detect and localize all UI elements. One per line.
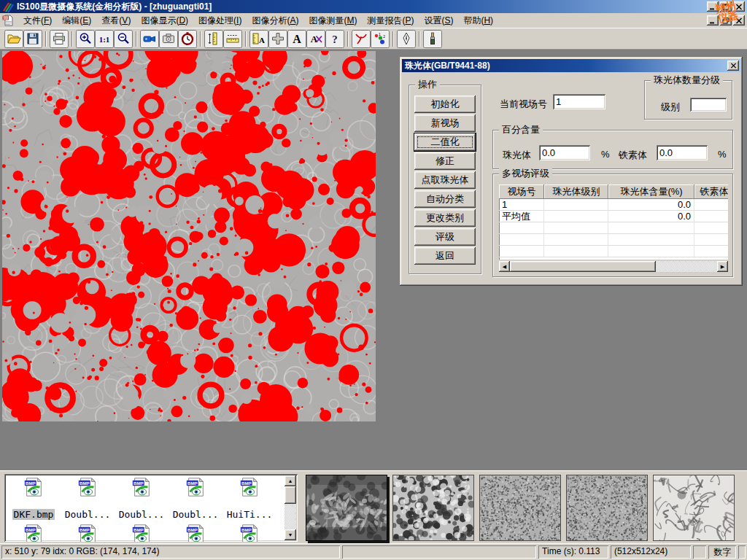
file-item-partial[interactable]: BMP (7, 523, 61, 542)
menu-item-8[interactable]: 设置(S) (419, 14, 458, 27)
micrograph-image[interactable] (2, 51, 376, 421)
table-hscrollbar[interactable]: ◀ ▶ (499, 261, 728, 272)
op-button-1[interactable]: 新视场 (414, 114, 476, 132)
ruler-text-icon[interactable]: A (249, 30, 268, 48)
menu-item-6[interactable]: 图像测量(M) (303, 14, 362, 27)
menu-item-5[interactable]: 图像分析(A) (247, 14, 303, 27)
op-button-3[interactable]: 修正 (414, 152, 476, 170)
op-button-4[interactable]: 点取珠光体 (414, 171, 476, 189)
move-icon[interactable] (268, 30, 287, 48)
ruler-vertical-icon[interactable] (204, 30, 223, 48)
zoom-out-icon[interactable] (114, 30, 133, 48)
menu-item-1[interactable]: 编辑(E) (57, 14, 96, 27)
level-input[interactable] (690, 98, 727, 112)
menu-item-4[interactable]: 图像处理(I) (193, 14, 247, 27)
toolbar-separator (71, 31, 73, 47)
scroll-right-arrow[interactable]: ▶ (717, 261, 728, 272)
vscroll-thumb[interactable] (285, 486, 296, 504)
file-item-partial[interactable]: BMP (61, 523, 115, 542)
file-item-0[interactable]: BMP DKF.bmp (7, 476, 61, 520)
thumbnail-2[interactable] (479, 475, 561, 541)
thumbnail-3[interactable] (566, 475, 648, 541)
file-item-3[interactable]: BMP Doubl... (169, 476, 222, 520)
menu-item-3[interactable]: 图像显示(D) (136, 14, 193, 27)
menu-item-0[interactable]: 文件(F) (18, 14, 57, 27)
table-column-header[interactable]: 珠光体含量(%) (608, 184, 694, 199)
current-field-input[interactable] (553, 94, 605, 109)
text-delete-icon[interactable]: A (306, 30, 325, 48)
status-spacer-panel (342, 545, 536, 559)
thumbnail-0[interactable] (306, 475, 387, 541)
open-icon[interactable] (4, 30, 23, 48)
op-button-2[interactable]: 二值化 (414, 133, 476, 151)
menu-item-9[interactable]: 帮助(H) (458, 14, 498, 27)
child-restore-button[interactable] (720, 15, 732, 26)
table-body: 10.0平均值0.0 (499, 199, 728, 257)
brush-icon[interactable] (423, 30, 442, 48)
curve-icon[interactable] (352, 30, 371, 48)
file-item-2[interactable]: BMP Doubl... (115, 476, 169, 520)
op-button-8[interactable]: 返回 (414, 247, 476, 265)
op-button-7[interactable]: 评级 (414, 228, 476, 246)
text-icon[interactable]: A (287, 30, 306, 48)
actual-size-icon[interactable]: 1:1 (95, 30, 114, 48)
svg-text:DOC: DOC (3, 17, 9, 20)
file-item-1[interactable]: BMP Doubl... (61, 476, 115, 520)
camera-icon[interactable] (159, 30, 178, 48)
points-icon[interactable]: 12 (371, 30, 390, 48)
status-end-panel (738, 545, 746, 559)
ferrite-percent-input[interactable] (657, 145, 708, 160)
minimize-button[interactable] (707, 1, 719, 12)
thumbnail-1[interactable] (392, 475, 474, 541)
hscroll-track[interactable] (656, 261, 717, 272)
close-button[interactable] (733, 1, 745, 12)
file-browser-panel: BMP DKF.bmp BMP Doubl... BMP Doubl... BM… (0, 470, 747, 543)
dialog-title-bar[interactable]: 珠光体(GB/T9441-88) (402, 59, 740, 72)
bmp-file-icon: BMP (115, 523, 169, 542)
maximize-button[interactable] (720, 1, 732, 12)
menu-item-2[interactable]: 查看(V) (96, 14, 136, 27)
child-minimize-button[interactable] (707, 15, 719, 26)
table-row[interactable] (499, 246, 728, 257)
timer-icon[interactable] (178, 30, 197, 48)
file-item-partial[interactable]: BMP (115, 523, 169, 542)
table-row[interactable]: 10.0 (499, 199, 728, 211)
toolbar-separator (392, 31, 394, 47)
table-row[interactable]: 平均值0.0 (499, 211, 728, 222)
child-close-button[interactable] (733, 15, 745, 26)
scroll-up-arrow[interactable]: ▲ (285, 475, 296, 486)
file-item-4[interactable]: BMP HuiTi... (222, 476, 276, 520)
file-name: HuiTi... (225, 509, 274, 520)
dialog-close-button[interactable] (727, 61, 739, 71)
vscroll-track[interactable] (285, 504, 296, 529)
file-list-scrollbar[interactable]: ▲ ▼ (285, 475, 296, 540)
zoom-in-icon[interactable] (76, 30, 95, 48)
print-icon[interactable] (50, 30, 69, 48)
scroll-left-arrow[interactable]: ◀ (499, 261, 510, 272)
pearlite-percent-input[interactable] (539, 145, 590, 160)
file-item-partial[interactable]: BMP (169, 523, 222, 542)
svg-text:1: 1 (379, 32, 381, 36)
table-row[interactable] (499, 234, 728, 246)
table-column-header[interactable]: 视场号 (499, 184, 544, 199)
menu-item-7[interactable]: 测量报告(P) (362, 14, 419, 27)
table-column-header[interactable]: 珠光体级别 (544, 184, 608, 199)
pen-icon[interactable] (397, 30, 416, 48)
svg-text:BMP: BMP (133, 481, 144, 486)
op-button-5[interactable]: 自动分类 (414, 190, 476, 208)
file-item-partial[interactable]: BMP (222, 523, 276, 542)
help-icon[interactable]: ? (325, 30, 344, 48)
op-button-6[interactable]: 更改类别 (414, 209, 476, 227)
scroll-down-arrow[interactable]: ▼ (285, 529, 296, 540)
save-icon[interactable] (23, 30, 42, 48)
ruler-horizontal-icon[interactable] (223, 30, 242, 48)
table-cell (694, 199, 728, 211)
table-column-header[interactable]: 铁素体含量(%) (694, 184, 728, 199)
hscroll-thumb[interactable] (510, 261, 656, 272)
video-camera-icon[interactable] (140, 30, 159, 48)
thumbnail-4[interactable] (653, 475, 735, 541)
op-button-0[interactable]: 初始化 (414, 96, 476, 113)
table-row[interactable] (499, 222, 728, 234)
table-cell: 0.0 (608, 199, 694, 211)
document-icon[interactable]: DOC (2, 15, 14, 26)
